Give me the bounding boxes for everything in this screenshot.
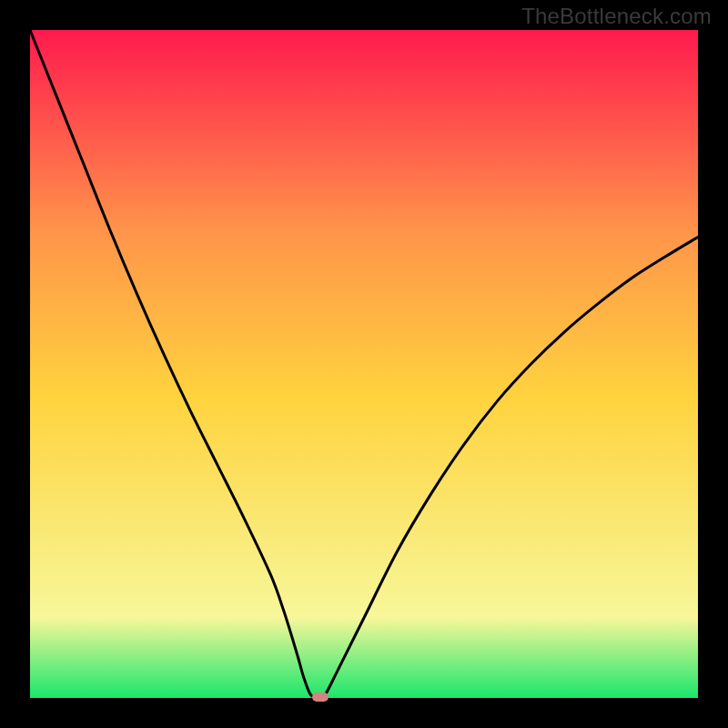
chart-background — [30, 30, 698, 698]
watermark-text: TheBottleneck.com — [521, 4, 712, 29]
current-point-marker — [312, 693, 329, 702]
chart-frame: TheBottleneck.com — [0, 0, 728, 728]
plot-area — [30, 30, 698, 698]
chart-svg — [30, 30, 698, 698]
